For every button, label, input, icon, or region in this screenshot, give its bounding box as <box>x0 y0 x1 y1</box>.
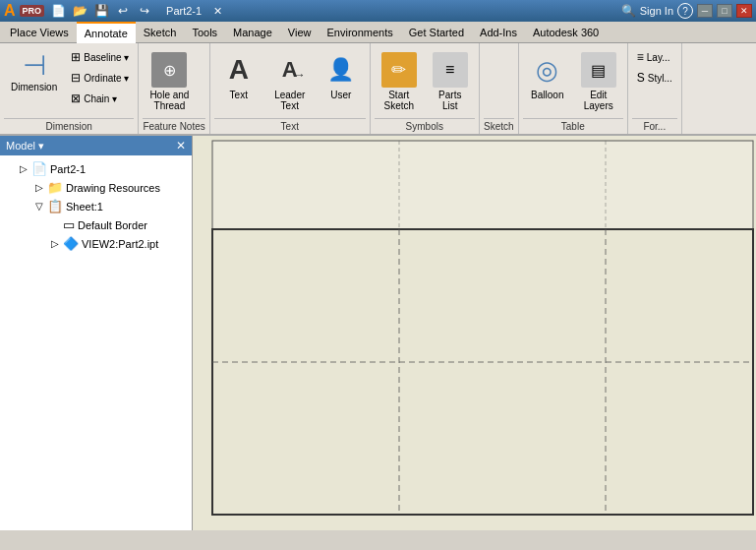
default-border-icon: ▭ <box>63 217 75 232</box>
text-group-label: Text <box>214 118 366 132</box>
text-btn[interactable]: A Text <box>214 47 263 105</box>
user-btn[interactable]: 👤 User <box>317 47 366 105</box>
symbols-content: ✏ StartSketch ≡ PartsList <box>375 47 475 116</box>
text-group-content: A Text A→ LeaderText 👤 User <box>214 47 366 116</box>
expand-sheet1[interactable]: ▽ <box>35 201 47 212</box>
view2-icon: 🔷 <box>63 236 79 251</box>
format-group-label: For... <box>632 118 677 132</box>
pro-badge: PRO <box>20 5 45 17</box>
ribbon-group-format: ≡ Lay... S Styl... For... <box>628 43 682 134</box>
ribbon-group-dimension: ⊣ Dimension ⊞ Baseline ▾ ⊟ Ordinate ▾ ⊠ … <box>0 43 139 134</box>
menu-environments[interactable]: Environments <box>320 22 401 43</box>
ribbon-group-text: A Text A→ LeaderText 👤 User Text <box>210 43 371 134</box>
undo-btn[interactable]: ↩ <box>113 1 133 21</box>
sidebar-close-btn[interactable]: ✕ <box>176 139 186 153</box>
user-icon: 👤 <box>323 52 359 88</box>
tree-item-part2-1[interactable]: ▷ 📄 Part2-1 <box>0 159 192 178</box>
search-icon[interactable]: 🔍 <box>621 4 636 18</box>
chain-btn[interactable]: ⊠ Chain ▾ <box>66 89 134 108</box>
start-sketch-btn[interactable]: ✏ StartSketch <box>375 47 424 116</box>
styles-btn[interactable]: S Styl... <box>632 68 677 88</box>
ribbon-group-feature-notes: ⊕ Hole andThread Feature Notes <box>139 43 209 134</box>
sketch-group-label: Sketch <box>484 118 514 132</box>
parts-list-icon: ≡ <box>433 52 468 88</box>
feature-notes-group-label: Feature Notes <box>143 118 204 132</box>
tree-item-sheet1[interactable]: ▽ 📋 Sheet:1 <box>0 197 192 215</box>
layers-btn[interactable]: ≡ Lay... <box>632 47 677 67</box>
text-icon: A <box>221 52 257 88</box>
balloon-btn[interactable]: ◎ Balloon <box>523 47 572 105</box>
start-sketch-icon: ✏ <box>381 52 417 88</box>
canvas-area <box>193 136 756 530</box>
dimension-label: Dimension <box>11 82 57 92</box>
menu-tools[interactable]: Tools <box>184 22 225 43</box>
baseline-btn[interactable]: ⊞ Baseline ▾ <box>66 47 134 67</box>
open-btn[interactable]: 📂 <box>70 1 89 21</box>
user-label: User <box>330 90 351 100</box>
dimension-group-label: Dimension <box>4 118 134 132</box>
menu-annotate[interactable]: Annotate <box>77 22 136 43</box>
help-btn[interactable]: ? <box>677 3 693 19</box>
ordinate-btn[interactable]: ⊟ Ordinate ▾ <box>66 68 134 88</box>
minimize-btn[interactable]: ─ <box>697 4 713 18</box>
part2-1-icon: 📄 <box>31 161 47 176</box>
ribbon: ⊣ Dimension ⊞ Baseline ▾ ⊟ Ordinate ▾ ⊠ … <box>0 43 756 136</box>
hole-thread-btn[interactable]: ⊕ Hole andThread <box>143 47 196 116</box>
expand-part2-1[interactable]: ▷ <box>20 163 31 174</box>
table-group-label: Table <box>523 118 623 132</box>
dimension-small-col: ⊞ Baseline ▾ ⊟ Ordinate ▾ ⊠ Chain ▾ <box>66 47 134 108</box>
ordinate-label: Ordinate ▾ <box>84 73 129 84</box>
parts-list-btn[interactable]: ≡ PartsList <box>426 47 475 116</box>
menu-add-ins[interactable]: Add-Ins <box>472 22 525 43</box>
tree-item-default-border[interactable]: ▷ ▭ Default Border <box>0 215 192 234</box>
redo-btn[interactable]: ↪ <box>135 1 154 21</box>
dimension-icon: ⊣ <box>23 52 46 80</box>
svg-rect-2 <box>212 229 753 515</box>
maximize-btn[interactable]: □ <box>717 4 732 18</box>
expand-view2[interactable]: ▷ <box>51 238 63 249</box>
ordinate-icon: ⊟ <box>71 71 81 85</box>
part2-1-label: Part2-1 <box>50 163 86 175</box>
tree-item-drawing-resources[interactable]: ▷ 📁 Drawing Resources <box>0 178 192 197</box>
edit-layers-btn[interactable]: ▤ EditLayers <box>574 47 623 116</box>
sign-in-btn[interactable]: Sign In <box>640 5 673 17</box>
save-btn[interactable]: 💾 <box>91 1 111 21</box>
styles-label: Styl... <box>648 73 672 84</box>
tab-title: Part2-1 <box>158 5 209 17</box>
app-icon: A <box>4 2 16 20</box>
table-content: ◎ Balloon ▤ EditLayers <box>523 47 623 116</box>
sign-in-area: 🔍 Sign In ? ─ □ ✕ <box>621 3 752 19</box>
menu-sketch[interactable]: Sketch <box>136 22 185 43</box>
expand-drawing-resources[interactable]: ▷ <box>35 182 47 193</box>
svg-rect-1 <box>212 141 753 229</box>
menu-manage[interactable]: Manage <box>225 22 280 43</box>
leader-text-icon: A→ <box>272 52 308 88</box>
hole-thread-icon: ⊕ <box>151 52 187 88</box>
layers-icon: ≡ <box>637 50 644 64</box>
edit-layers-icon: ▤ <box>581 52 616 88</box>
leader-text-btn[interactable]: A→ LeaderText <box>265 47 315 116</box>
menu-view[interactable]: View <box>280 22 320 43</box>
menu-get-started[interactable]: Get Started <box>401 22 472 43</box>
close-btn[interactable]: ✕ <box>736 4 752 18</box>
dimension-btn[interactable]: ⊣ Dimension <box>4 47 64 97</box>
menu-autodesk-360[interactable]: Autodesk 360 <box>525 22 607 43</box>
new-btn[interactable]: 📄 <box>48 1 68 21</box>
format-col: ≡ Lay... S Styl... <box>632 47 677 88</box>
chain-icon: ⊠ <box>71 92 81 105</box>
ribbon-group-symbols: ✏ StartSketch ≡ PartsList Symbols <box>371 43 480 134</box>
balloon-label: Balloon <box>531 90 563 100</box>
symbols-group-label: Symbols <box>375 118 475 132</box>
tab-close[interactable]: ✕ <box>213 5 222 18</box>
tree-item-view2[interactable]: ▷ 🔷 VIEW2:Part2.ipt <box>0 234 192 253</box>
default-border-label: Default Border <box>78 219 147 231</box>
layers-label: Lay... <box>647 52 670 63</box>
sidebar-header: Model ▾ ✕ <box>0 136 192 155</box>
sheet1-icon: 📋 <box>47 199 63 214</box>
sheet1-label: Sheet:1 <box>66 201 103 213</box>
menu-place-views[interactable]: Place Views <box>2 22 77 43</box>
chain-label: Chain ▾ <box>84 93 117 104</box>
tree-area: ▷ 📄 Part2-1 ▷ 📁 Drawing Resources ▽ 📋 Sh… <box>0 155 192 530</box>
feature-notes-content: ⊕ Hole andThread <box>143 47 204 116</box>
ribbon-group-table: ◎ Balloon ▤ EditLayers Table <box>519 43 628 134</box>
